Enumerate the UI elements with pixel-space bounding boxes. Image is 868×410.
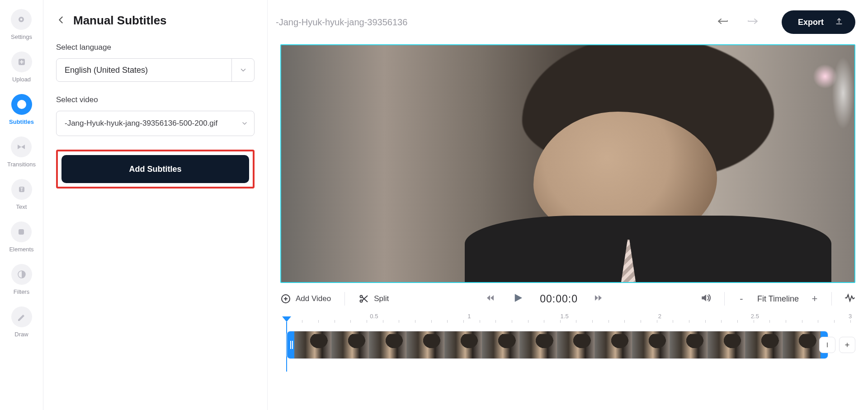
- video-clip[interactable]: [287, 331, 828, 359]
- select-language-label: Select language: [56, 43, 255, 52]
- nav-item-elements[interactable]: Elements: [9, 221, 33, 253]
- export-button-label: Export: [798, 18, 824, 27]
- track-options-button[interactable]: [819, 337, 835, 353]
- nav-item-transitions[interactable]: Transitions: [7, 137, 36, 168]
- export-icon: [835, 17, 844, 28]
- divider: [344, 292, 345, 306]
- nav-item-draw[interactable]: Draw: [11, 306, 32, 338]
- upload-icon: [11, 52, 32, 72]
- svg-marker-8: [21, 145, 25, 149]
- svg-marker-23: [595, 295, 598, 301]
- language-select[interactable]: English (United States): [56, 58, 255, 82]
- add-subtitles-button[interactable]: Add Subtitles: [61, 155, 249, 183]
- project-title: -Jang-Hyuk-hyuk-jang-39356136: [276, 17, 716, 28]
- gear-icon: [11, 9, 32, 30]
- topbar: -Jang-Hyuk-hyuk-jang-39356136 Export: [268, 0, 868, 44]
- chevron-down-icon: [231, 59, 254, 81]
- svg-marker-25: [702, 294, 706, 301]
- add-video-label: Add Video: [296, 294, 331, 303]
- nav-label: Filters: [14, 288, 29, 295]
- elements-icon: [11, 221, 32, 242]
- svg-rect-11: [19, 229, 24, 235]
- draw-icon: [11, 306, 32, 327]
- prev-frame-button[interactable]: [485, 292, 495, 305]
- svg-marker-24: [599, 295, 602, 301]
- undo-button[interactable]: [716, 16, 732, 28]
- video-preview[interactable]: [280, 44, 855, 283]
- split-button[interactable]: Split: [359, 293, 389, 304]
- divider: [831, 292, 832, 306]
- ruler-tick-label: 1.5: [561, 313, 569, 320]
- nav-label: Settings: [11, 33, 32, 40]
- timeline: Add Video Split 00:00:0: [268, 283, 868, 371]
- add-subtitles-highlight: Add Subtitles: [56, 150, 255, 189]
- divider: [724, 292, 725, 306]
- clip-handle-left[interactable]: [287, 331, 294, 358]
- add-video-button[interactable]: Add Video: [280, 293, 331, 304]
- svg-point-1: [20, 19, 23, 21]
- timeline-track[interactable]: [280, 328, 855, 363]
- zoom-in-button[interactable]: +: [811, 293, 819, 305]
- svg-marker-20: [487, 295, 490, 301]
- play-button[interactable]: [511, 291, 524, 306]
- svg-marker-21: [491, 295, 494, 301]
- waveform-toggle[interactable]: [844, 292, 855, 305]
- left-nav: Settings Upload Subtitles Transitions T …: [0, 0, 43, 410]
- back-button[interactable]: [56, 15, 66, 27]
- transitions-icon: [11, 137, 32, 157]
- filters-icon: [11, 264, 32, 285]
- svg-rect-6: [19, 105, 24, 106]
- nav-label: Elements: [9, 246, 33, 253]
- svg-marker-7: [18, 145, 21, 149]
- ruler-tick-label: 3: [849, 313, 852, 320]
- nav-label: Text: [16, 203, 27, 210]
- add-track-button[interactable]: [839, 337, 855, 353]
- nav-item-subtitles[interactable]: Subtitles: [9, 94, 34, 125]
- timeline-ruler[interactable]: 0.511.522.53: [280, 313, 855, 323]
- nav-label: Subtitles: [9, 118, 34, 125]
- svg-point-5: [17, 100, 26, 109]
- nav-item-text[interactable]: T Text: [11, 179, 32, 210]
- ruler-tick-label: 2.5: [751, 313, 759, 320]
- nav-item-upload[interactable]: Upload: [11, 52, 32, 83]
- next-frame-button[interactable]: [593, 292, 604, 305]
- subtitles-panel: Manual Subtitles Select language English…: [43, 0, 268, 410]
- fit-timeline-button[interactable]: Fit Timeline: [757, 294, 799, 304]
- video-select-value: -Jang-Hyuk-hyuk-jang-39356136-500-200.gi…: [65, 119, 217, 128]
- nav-label: Draw: [14, 331, 28, 338]
- select-video-label: Select video: [56, 95, 255, 104]
- nav-item-filters[interactable]: Filters: [11, 264, 32, 295]
- export-button[interactable]: Export: [782, 10, 855, 34]
- redo-button[interactable]: [744, 16, 760, 28]
- nav-label: Transitions: [7, 161, 36, 168]
- playhead[interactable]: [282, 316, 291, 322]
- volume-button[interactable]: [700, 292, 712, 306]
- timecode: 00:00:0: [540, 293, 578, 305]
- text-icon: T: [11, 179, 32, 200]
- panel-title: Manual Subtitles: [73, 14, 167, 28]
- split-label: Split: [374, 294, 389, 303]
- ruler-tick-label: 1: [467, 313, 471, 320]
- ruler-tick-label: 2: [658, 313, 661, 320]
- video-select[interactable]: -Jang-Hyuk-hyuk-jang-39356136-500-200.gi…: [56, 111, 255, 136]
- clip-thumbnails: [294, 331, 821, 358]
- subtitles-icon: [11, 94, 32, 115]
- language-select-value: English (United States): [65, 66, 148, 75]
- nav-item-settings[interactable]: Settings: [11, 9, 32, 40]
- ruler-tick-label: 0.5: [370, 313, 378, 320]
- chevron-down-icon: [235, 111, 254, 136]
- svg-rect-4: [20, 61, 24, 62]
- zoom-out-button[interactable]: -: [737, 293, 745, 305]
- svg-text:T: T: [20, 187, 23, 192]
- svg-marker-22: [515, 294, 522, 302]
- nav-label: Upload: [12, 76, 31, 83]
